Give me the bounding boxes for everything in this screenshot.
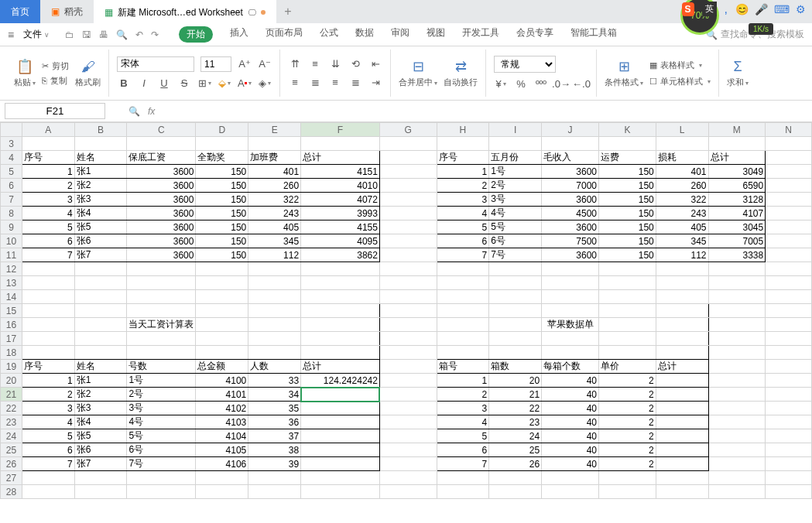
cell[interactable]	[766, 151, 812, 165]
indent-dec-button[interactable]: ⇤	[368, 57, 382, 71]
cell[interactable]	[656, 276, 708, 290]
cell[interactable]	[656, 290, 708, 304]
cell[interactable]	[656, 457, 708, 471]
row-header[interactable]: 28	[1, 485, 22, 499]
cell[interactable]	[74, 276, 127, 290]
cell[interactable]: 2号	[127, 388, 196, 402]
align-left-button[interactable]: ≡	[288, 76, 302, 90]
cell[interactable]: 150	[196, 234, 248, 248]
cell[interactable]	[379, 290, 437, 304]
cell[interactable]	[379, 360, 437, 374]
cell[interactable]	[542, 485, 599, 499]
cell[interactable]: 322	[656, 193, 708, 207]
cell[interactable]	[766, 332, 812, 346]
preview-icon[interactable]: 🔍	[116, 29, 128, 40]
cell[interactable]: 3128	[708, 193, 766, 207]
cell[interactable]	[437, 304, 489, 318]
undo-icon[interactable]: ↶	[135, 29, 143, 40]
cell[interactable]	[708, 262, 766, 276]
font-size-select[interactable]	[200, 56, 231, 72]
cell[interactable]: 5	[22, 429, 74, 443]
cell[interactable]: 7500	[542, 234, 599, 248]
zoom-icon[interactable]: 🔍	[128, 106, 140, 117]
cell[interactable]	[599, 304, 656, 318]
cell[interactable]: 张7	[74, 248, 127, 262]
cell[interactable]	[489, 276, 542, 290]
cell[interactable]: 4107	[708, 207, 766, 220]
cell[interactable]: 40	[542, 388, 599, 402]
cell[interactable]	[766, 290, 812, 304]
cell[interactable]	[379, 304, 437, 318]
cell[interactable]	[708, 374, 766, 388]
cell[interactable]	[196, 485, 248, 499]
row-header[interactable]: 14	[1, 290, 22, 304]
fill-color-button[interactable]: ⬙	[218, 77, 231, 91]
cell[interactable]: 3号	[127, 402, 196, 415]
cell[interactable]: 1	[437, 165, 489, 179]
cell[interactable]	[22, 276, 74, 290]
cell[interactable]	[379, 179, 437, 193]
cell[interactable]: 箱数	[489, 360, 542, 374]
ime-lang[interactable]: 英	[702, 2, 717, 16]
cell[interactable]: 7	[22, 457, 74, 471]
file-menu[interactable]: 文件∨	[23, 28, 50, 41]
cell[interactable]	[196, 137, 248, 151]
cell[interactable]: 4095	[301, 234, 380, 248]
cell[interactable]	[301, 388, 380, 402]
cell[interactable]	[196, 276, 248, 290]
orientation-button[interactable]: ⟲	[348, 57, 362, 71]
cell[interactable]	[301, 137, 380, 151]
cell[interactable]	[22, 290, 74, 304]
col-header[interactable]: L	[656, 123, 708, 137]
cell[interactable]: 3	[22, 193, 74, 207]
cell[interactable]: 姓名	[74, 360, 127, 374]
cell[interactable]: 40	[542, 457, 599, 471]
cell[interactable]: 260	[656, 179, 708, 193]
cell[interactable]: 124.2424242	[301, 374, 380, 388]
cell[interactable]	[248, 304, 301, 318]
cell[interactable]	[599, 137, 656, 151]
cell[interactable]	[599, 290, 656, 304]
cell[interactable]	[599, 318, 656, 332]
cell[interactable]	[766, 443, 812, 457]
cell[interactable]	[196, 262, 248, 276]
cell[interactable]: 6590	[708, 179, 766, 193]
cell[interactable]: 张6	[74, 443, 127, 457]
tab-devtools[interactable]: 开发工具	[462, 26, 499, 43]
cell[interactable]	[708, 290, 766, 304]
cell[interactable]: 1	[22, 165, 74, 179]
tab-view[interactable]: 视图	[427, 26, 445, 43]
clear-button[interactable]: ◈	[258, 77, 272, 91]
cell[interactable]	[379, 220, 437, 234]
bold-button[interactable]: B	[117, 77, 131, 91]
cell[interactable]	[766, 485, 812, 499]
cell[interactable]	[379, 443, 437, 457]
cell[interactable]: 4105	[196, 443, 248, 457]
cell[interactable]: 当天工资计算表	[127, 318, 196, 332]
select-all-corner[interactable]	[1, 123, 22, 137]
cell[interactable]	[766, 193, 812, 207]
keyboard-icon[interactable]: ⌨	[774, 3, 790, 15]
cell[interactable]	[248, 485, 301, 499]
cell[interactable]: 150	[196, 179, 248, 193]
tab-worksheet[interactable]: ▦ 新建 Microsoft…ed Worksheet 🖵	[94, 0, 276, 23]
cell[interactable]: 3862	[301, 248, 380, 262]
cell[interactable]	[248, 262, 301, 276]
cell[interactable]: 4072	[301, 193, 380, 207]
cell[interactable]	[542, 346, 599, 360]
cell[interactable]	[599, 276, 656, 290]
cell[interactable]: 3993	[301, 207, 380, 220]
cell[interactable]	[437, 137, 489, 151]
cell[interactable]	[74, 137, 127, 151]
cell[interactable]	[766, 318, 812, 332]
row-header[interactable]: 9	[1, 220, 22, 234]
dec-dec-button[interactable]: ←.0	[574, 77, 588, 91]
increase-font-button[interactable]: A⁺	[238, 57, 252, 71]
row-header[interactable]: 16	[1, 318, 22, 332]
row-header[interactable]: 3	[1, 137, 22, 151]
cell[interactable]	[22, 346, 74, 360]
cell[interactable]	[766, 402, 812, 415]
cell[interactable]	[22, 471, 74, 485]
cell[interactable]: 张4	[74, 207, 127, 220]
cell[interactable]: 7号	[489, 248, 542, 262]
